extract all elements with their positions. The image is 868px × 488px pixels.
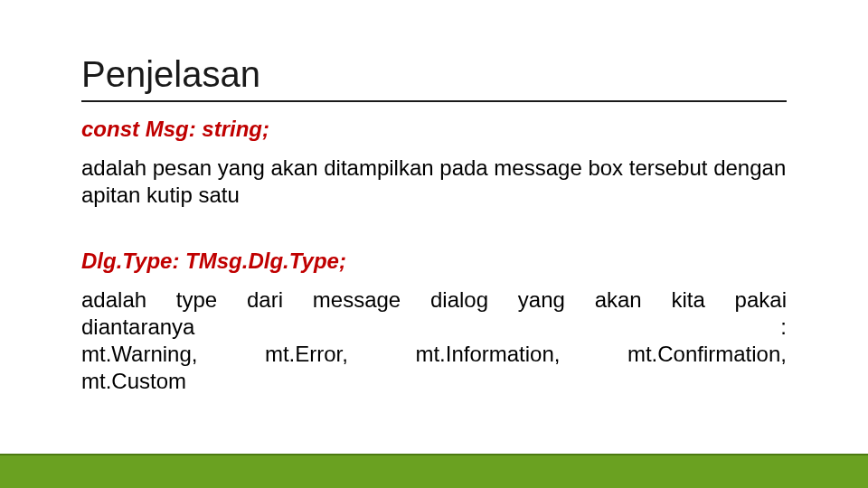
desc2-l4: mt.Custom [81,369,186,393]
slide-title: Penjelasan [81,54,787,102]
slide-container: Penjelasan const Msg: string; adalah pes… [0,0,868,488]
desc2-l1: adalah type dari message dialog yang aka… [81,287,787,312]
desc2-l3-b: mt.Error, [265,341,348,368]
desc2-l3-c: mt.Information, [415,341,560,368]
desc2-l3-a: mt.Warning, [81,341,197,368]
code-line-2: Dlg.Type: TMsg.Dlg.Type; [81,249,787,274]
desc2-l3-d: mt.Confirmation, [627,341,787,368]
desc2-l2-left: diantaranya [81,314,194,341]
desc-paragraph-2: adalah type dari message dialog yang aka… [81,286,787,395]
footer-bar [0,455,868,488]
desc2-word: adalah type dari message dialog yang aka… [81,286,787,314]
desc-paragraph-1: adalah pesan yang akan ditampilkan pada … [81,155,787,209]
code-line-1: const Msg: string; [81,117,787,142]
desc2-l2-right: : [780,314,787,341]
